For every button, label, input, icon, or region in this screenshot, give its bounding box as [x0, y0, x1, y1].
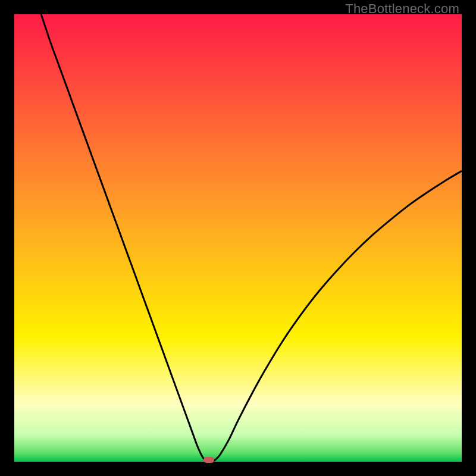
chart-frame: [14, 14, 462, 462]
gradient-background: [14, 14, 462, 462]
optimum-marker: [203, 457, 214, 463]
bottleneck-chart: [14, 14, 462, 462]
watermark-text: TheBottleneck.com: [345, 1, 459, 17]
